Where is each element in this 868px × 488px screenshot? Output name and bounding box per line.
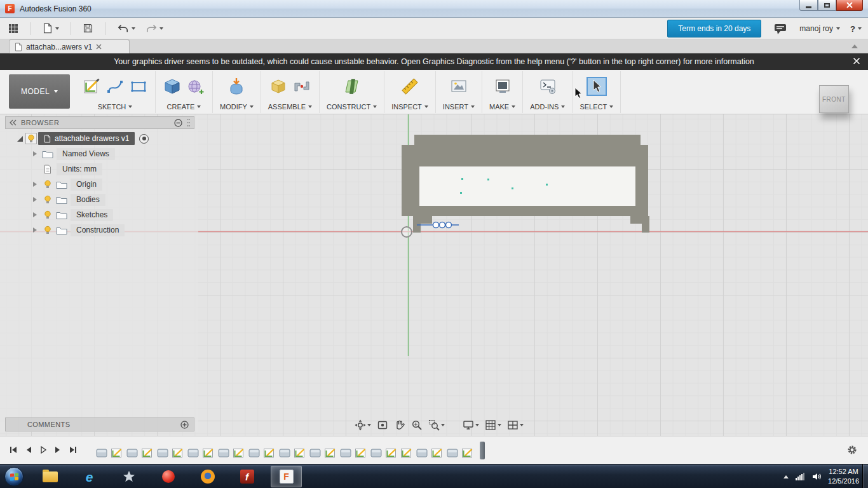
zoom-button[interactable] (411, 419, 423, 431)
tree-row-construction[interactable]: Construction (5, 222, 149, 238)
viewcube[interactable]: FRONT (819, 85, 849, 113)
document-tab[interactable]: attachab...awers v1 (9, 39, 130, 53)
activate-component-radio[interactable] (139, 134, 149, 144)
create-sketch-icon[interactable] (82, 77, 101, 96)
timeline-sketch-feature[interactable] (111, 447, 123, 459)
timeline-sketch-feature[interactable] (400, 447, 413, 459)
viewports-button[interactable] (507, 419, 524, 431)
look-at-button[interactable] (377, 419, 388, 431)
collapse-panel-icon[interactable] (10, 119, 17, 126)
tree-row-origin[interactable]: Origin (5, 177, 149, 192)
tab-close-icon[interactable] (96, 44, 102, 50)
timeline-play-button[interactable] (39, 445, 47, 454)
tree-item-label[interactable]: Named Views (57, 148, 115, 160)
modify-menu[interactable]: MODIFY (220, 103, 254, 111)
timeline-sketch-feature[interactable] (355, 447, 367, 459)
timeline-settings-gear-icon[interactable] (846, 444, 858, 456)
grid-snaps-button[interactable] (485, 419, 501, 431)
press-pull-icon[interactable] (227, 77, 246, 96)
collapse-tab-bar-icon[interactable] (851, 44, 858, 48)
tree-item-label[interactable]: Construction (71, 224, 125, 236)
tree-item-label[interactable]: Bodies (71, 194, 105, 206)
3d-print-icon[interactable] (493, 77, 512, 96)
timeline-extrude-feature[interactable] (187, 447, 200, 459)
pan-button[interactable] (394, 419, 405, 431)
timeline-extrude-feature[interactable] (370, 447, 383, 459)
network-icon[interactable] (795, 473, 805, 480)
visibility-toggle[interactable] (41, 210, 55, 220)
visibility-toggle[interactable] (41, 195, 55, 205)
taskbar-firefox[interactable] (192, 466, 223, 487)
undo-button[interactable] (115, 22, 137, 35)
comments-panel-header[interactable]: COMMENTS (5, 417, 194, 431)
timeline-extrude-feature[interactable] (446, 447, 459, 459)
timeline-sketch-feature[interactable] (202, 447, 215, 459)
timeline-extrude-feature[interactable] (248, 447, 261, 459)
file-menu-button[interactable] (40, 21, 61, 36)
tree-row-sketches[interactable]: Sketches (5, 207, 149, 222)
construct-menu[interactable]: CONSTRUCT (327, 103, 377, 111)
timeline-sketch-feature[interactable] (385, 447, 398, 459)
create-menu[interactable]: CREATE (167, 103, 201, 111)
tree-row-named-views[interactable]: Named Views (5, 146, 149, 161)
timeline-extrude-feature[interactable] (309, 447, 322, 459)
minimize-panel-icon[interactable] (174, 119, 182, 127)
origin-marker[interactable] (402, 227, 412, 237)
maximize-button[interactable] (818, 0, 836, 11)
close-button[interactable] (836, 0, 863, 11)
timeline-step-forward-button[interactable] (54, 445, 62, 454)
taskbar-flash-app[interactable]: f (231, 466, 262, 487)
timeline-extrude-feature[interactable] (278, 447, 291, 459)
expanded-arrow-icon[interactable] (17, 135, 24, 142)
expand-arrow-icon[interactable] (33, 212, 37, 217)
show-hidden-icons[interactable] (783, 475, 789, 478)
timeline-sketch-feature[interactable] (294, 447, 306, 459)
tree-item-label[interactable]: Sketches (71, 209, 113, 221)
visibility-toggle[interactable] (25, 133, 37, 144)
user-menu[interactable]: manoj roy (799, 24, 840, 33)
scripts-addins-icon[interactable] (538, 77, 557, 96)
taskbar-clock[interactable]: 12:52 AM 12/5/2016 (828, 467, 859, 486)
volume-icon[interactable] (811, 472, 822, 481)
timeline-sketch-feature[interactable] (263, 447, 276, 459)
measure-icon[interactable] (400, 77, 419, 96)
construction-plane-icon[interactable] (342, 77, 362, 96)
expand-comments-icon[interactable] (180, 421, 189, 429)
redo-button[interactable] (143, 22, 165, 35)
term-ends-button[interactable]: Term ends in 20 days (667, 20, 761, 37)
expand-arrow-icon[interactable] (33, 227, 37, 233)
timeline-extrude-feature[interactable] (95, 447, 108, 459)
minimize-button[interactable] (799, 0, 818, 11)
expand-arrow-icon[interactable] (33, 151, 37, 156)
taskbar-internet-explorer[interactable]: e (74, 466, 105, 487)
timeline-extrude-feature[interactable] (339, 447, 352, 459)
tree-row-units[interactable]: Units: mm (5, 161, 149, 177)
timeline-sketch-feature[interactable] (233, 447, 245, 459)
attached-canvas-icon[interactable] (449, 77, 468, 96)
orbit-button[interactable] (355, 419, 371, 431)
timeline-sketch-feature[interactable] (461, 447, 474, 459)
taskbar-windows-explorer[interactable] (34, 466, 65, 487)
box-icon[interactable] (163, 77, 182, 96)
workspace-selector[interactable]: MODEL (9, 74, 70, 109)
expand-arrow-icon[interactable] (33, 182, 37, 187)
create-form-icon[interactable] (186, 77, 205, 96)
select-tool-active[interactable] (587, 77, 607, 96)
banner-close-icon[interactable] (853, 57, 860, 65)
taskbar-security-app[interactable] (153, 466, 184, 487)
timeline-extrude-feature[interactable] (156, 447, 169, 459)
select-menu[interactable]: SELECT (580, 103, 613, 111)
apps-grid-button[interactable] (6, 22, 20, 35)
timeline-sketch-feature[interactable] (431, 447, 444, 459)
visibility-toggle[interactable] (41, 180, 55, 189)
browser-panel-header[interactable]: BROWSER (5, 116, 194, 129)
show-desktop-button[interactable] (862, 464, 868, 488)
addins-menu[interactable]: ADD-INS (530, 103, 565, 111)
assemble-menu[interactable]: ASSEMBLE (268, 103, 312, 111)
rectangle-tool-icon[interactable] (129, 77, 148, 96)
save-button[interactable] (81, 22, 95, 35)
zoom-window-button[interactable] (428, 419, 445, 431)
display-settings-button[interactable] (463, 419, 479, 431)
sketch-menu[interactable]: SKETCH (98, 103, 133, 111)
inspect-menu[interactable]: INSPECT (391, 103, 428, 111)
